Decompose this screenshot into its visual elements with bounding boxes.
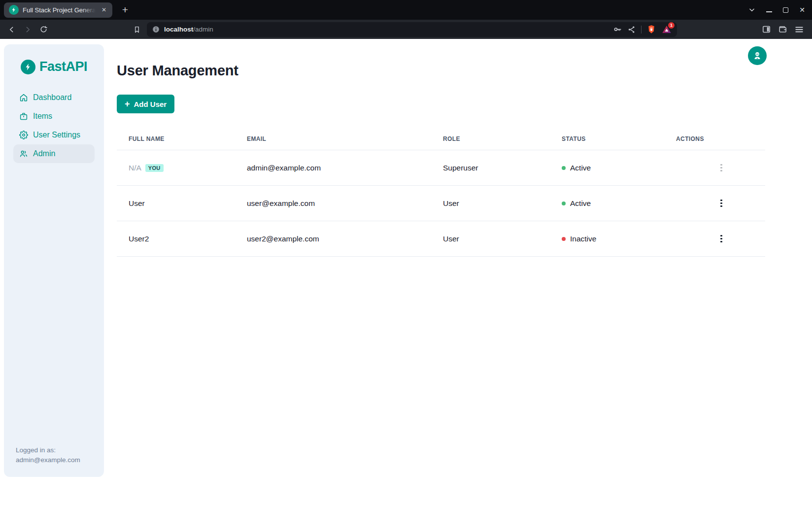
menu-hamburger-icon[interactable] xyxy=(794,25,804,34)
new-tab-button[interactable]: + xyxy=(118,3,132,17)
plus-icon: + xyxy=(125,100,130,108)
user-astronaut-icon xyxy=(752,51,762,61)
cell-status: Inactive xyxy=(570,235,596,243)
users-table: FULL NAME EMAIL ROLE STATUS ACTIONS N/A … xyxy=(117,128,765,257)
col-header-email: EMAIL xyxy=(247,135,443,142)
col-header-actions: ACTIONS xyxy=(676,135,765,142)
status-dot-active xyxy=(562,166,566,170)
status-dot-inactive xyxy=(562,237,566,241)
row-actions-menu-icon[interactable] xyxy=(715,232,727,246)
logged-in-footer: Logged in as: admin@example.com xyxy=(8,445,100,465)
url-bar[interactable]: localhost/admin xyxy=(147,22,677,37)
cell-role: User xyxy=(443,235,562,243)
toolbar-divider xyxy=(641,26,642,34)
address-bar-area: localhost/admin xyxy=(130,22,760,37)
tab-close-icon[interactable]: ✕ xyxy=(100,5,108,14)
page-content: FastAPI Dashboard Items User Settings A xyxy=(0,39,812,505)
sidebar-item-items[interactable]: Items xyxy=(13,107,95,126)
browser-toolbar: localhost/admin xyxy=(0,20,812,39)
you-badge: YOU xyxy=(145,164,164,172)
bookmark-icon[interactable] xyxy=(130,23,144,36)
fastapi-favicon-icon xyxy=(9,5,19,15)
sidebar-item-label: Admin xyxy=(33,149,55,158)
logged-in-email: admin@example.com xyxy=(16,455,100,465)
sidebar-item-label: Items xyxy=(33,112,52,121)
back-icon[interactable] xyxy=(5,23,19,36)
sidebar-item-user-settings[interactable]: User Settings xyxy=(13,126,95,144)
sidebar-item-label: Dashboard xyxy=(33,93,71,102)
sidebar-item-dashboard[interactable]: Dashboard xyxy=(13,88,95,107)
add-user-button[interactable]: + Add User xyxy=(117,95,174,113)
cell-email: user2@example.com xyxy=(247,235,443,243)
fastapi-logo-text: FastAPI xyxy=(39,59,87,74)
fastapi-logo: FastAPI xyxy=(8,59,100,74)
site-info-icon[interactable] xyxy=(152,25,160,34)
gear-icon xyxy=(19,131,28,139)
users-icon xyxy=(19,149,28,158)
app-sidebar: FastAPI Dashboard Items User Settings A xyxy=(4,44,104,477)
cell-full-name: User xyxy=(129,199,145,208)
tab-bar: Full Stack Project Genera ✕ + ✕ xyxy=(0,0,812,20)
window-controls: ✕ xyxy=(748,0,805,20)
brave-rewards-icon[interactable]: 1 xyxy=(661,24,672,35)
share-icon[interactable] xyxy=(627,25,636,34)
cell-role: User xyxy=(443,199,562,208)
cell-status: Active xyxy=(570,164,591,172)
table-row: User2 user2@example.com User Inactive xyxy=(117,221,765,257)
cell-status: Active xyxy=(570,199,591,208)
url-host: localhost xyxy=(164,26,193,33)
cell-email: admin@example.com xyxy=(247,164,443,172)
cell-email: user@example.com xyxy=(247,199,443,208)
forward-icon[interactable] xyxy=(21,23,34,36)
wallet-icon[interactable] xyxy=(778,25,787,34)
close-button[interactable]: ✕ xyxy=(799,6,805,14)
password-key-icon[interactable] xyxy=(613,25,622,34)
maximize-button[interactable] xyxy=(783,7,788,13)
fastapi-logo-icon xyxy=(21,60,35,74)
side-panel-icon[interactable] xyxy=(762,25,771,34)
cell-full-name: User2 xyxy=(129,235,149,243)
url-text: localhost/admin xyxy=(164,26,213,33)
tab-search-chevron-icon[interactable] xyxy=(748,6,755,13)
page-title: User Management xyxy=(117,63,812,79)
user-menu-button[interactable] xyxy=(748,46,767,65)
brave-shield-icon[interactable] xyxy=(646,24,656,34)
home-icon xyxy=(19,93,28,102)
sidebar-item-admin[interactable]: Admin xyxy=(13,144,95,163)
table-row: N/A YOU admin@example.com Superuser Acti… xyxy=(117,150,765,186)
main-area: User Management + Add User FULL NAME EMA… xyxy=(104,39,812,505)
browser-window: Full Stack Project Genera ✕ + ✕ xyxy=(0,0,812,505)
row-actions-menu-icon xyxy=(715,161,727,175)
reload-icon[interactable] xyxy=(36,23,50,36)
cell-full-name: N/A xyxy=(129,164,141,172)
status-dot-active xyxy=(562,202,566,205)
rewards-badge: 1 xyxy=(668,22,675,29)
tab-title: Full Stack Project Genera xyxy=(23,6,96,14)
url-bar-actions: 1 xyxy=(613,24,672,35)
add-user-label: Add User xyxy=(134,100,167,108)
col-header-role: ROLE xyxy=(443,135,562,142)
row-actions-menu-icon[interactable] xyxy=(715,197,727,210)
table-row: User user@example.com User Active xyxy=(117,186,765,221)
browser-tab[interactable]: Full Stack Project Genera ✕ xyxy=(4,2,112,18)
minimize-button[interactable] xyxy=(766,7,772,12)
toolbar-right xyxy=(762,25,807,34)
table-header-row: FULL NAME EMAIL ROLE STATUS ACTIONS xyxy=(117,128,765,150)
sidebar-item-label: User Settings xyxy=(33,131,80,139)
sidebar-nav: Dashboard Items User Settings Admin xyxy=(8,88,100,163)
cell-role: Superuser xyxy=(443,164,562,172)
col-header-status: STATUS xyxy=(562,135,676,142)
briefcase-icon xyxy=(19,112,28,121)
col-header-full-name: FULL NAME xyxy=(129,135,247,142)
url-path: /admin xyxy=(193,26,213,33)
logged-in-label: Logged in as: xyxy=(16,445,100,455)
